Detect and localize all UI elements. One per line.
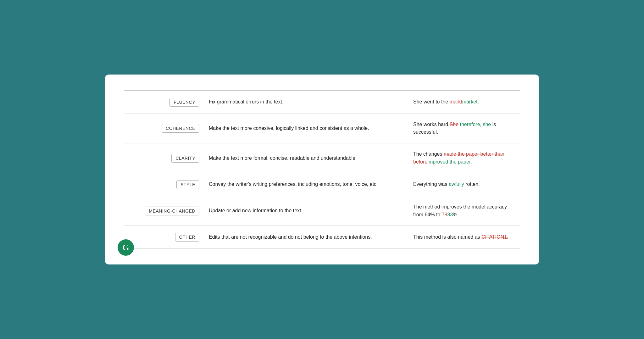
main-card: FLUENCYFix grammatical errors in the tex… — [105, 75, 539, 265]
tag-label: MEANING-CHANGED — [145, 207, 199, 215]
description-cell: Edits that are not recognizable and do n… — [206, 233, 413, 241]
description-cell: Update or add new information to the tex… — [206, 207, 413, 215]
tag-label: FLUENCY — [169, 98, 199, 107]
table: FLUENCYFix grammatical errors in the tex… — [124, 87, 520, 249]
description-cell: Make the text more formal, concise, read… — [206, 154, 413, 162]
tag-cell: COHERENCE — [124, 124, 206, 133]
tag-cell: STYLE — [124, 180, 206, 189]
inserted-text: awfully — [449, 181, 464, 187]
table-header — [124, 87, 520, 91]
inserted-text: market — [462, 99, 478, 104]
deleted-text: CITATION1. — [481, 234, 508, 240]
example-cell: She went to the marktmarket. — [413, 98, 520, 106]
inserted-text: 83 — [447, 212, 453, 217]
tag-label: OTHER — [175, 233, 200, 242]
table-row: OTHEREdits that are not recognizable and… — [124, 226, 520, 249]
tag-cell: OTHER — [124, 233, 206, 242]
deleted-text: She — [450, 122, 458, 127]
inserted-text: therefore, she — [458, 122, 491, 127]
example-cell: The changes made the paper better than b… — [413, 150, 520, 166]
deleted-text: 78 — [442, 212, 447, 217]
example-cell: The method improves the model accuracy f… — [413, 203, 520, 219]
tag-cell: MEANING-CHANGED — [124, 207, 206, 215]
tag-label: STYLE — [176, 180, 199, 189]
tag-cell: CLARITY — [124, 154, 206, 163]
grammarly-logo: G — [118, 239, 134, 256]
tag-cell: FLUENCY — [124, 98, 206, 107]
table-row: FLUENCYFix grammatical errors in the tex… — [124, 91, 520, 114]
example-cell: Everything was awfully rotten. — [413, 181, 520, 188]
example-cell: She works hard.She therefore, she is suc… — [413, 121, 520, 136]
table-row: COHERENCEMake the text more cohesive, lo… — [124, 114, 520, 144]
description-cell: Make the text more cohesive, logically l… — [206, 125, 413, 132]
table-row: MEANING-CHANGEDUpdate or add new informa… — [124, 196, 520, 226]
deleted-text: markt — [450, 99, 462, 104]
tag-label: CLARITY — [171, 154, 199, 163]
table-row: CLARITYMake the text more formal, concis… — [124, 143, 520, 173]
example-cell: This method is also named as CITATION1. — [413, 233, 520, 241]
table-row: STYLEConvey the writer's writing prefere… — [124, 173, 520, 196]
description-cell: Fix grammatical errors in the text. — [206, 98, 413, 106]
grammarly-letter: G — [122, 243, 129, 252]
tag-label: COHERENCE — [162, 124, 199, 133]
table-body: FLUENCYFix grammatical errors in the tex… — [124, 91, 520, 249]
inserted-text: improved the paper — [427, 159, 470, 164]
description-cell: Convey the writer's writing preferences,… — [206, 181, 413, 188]
